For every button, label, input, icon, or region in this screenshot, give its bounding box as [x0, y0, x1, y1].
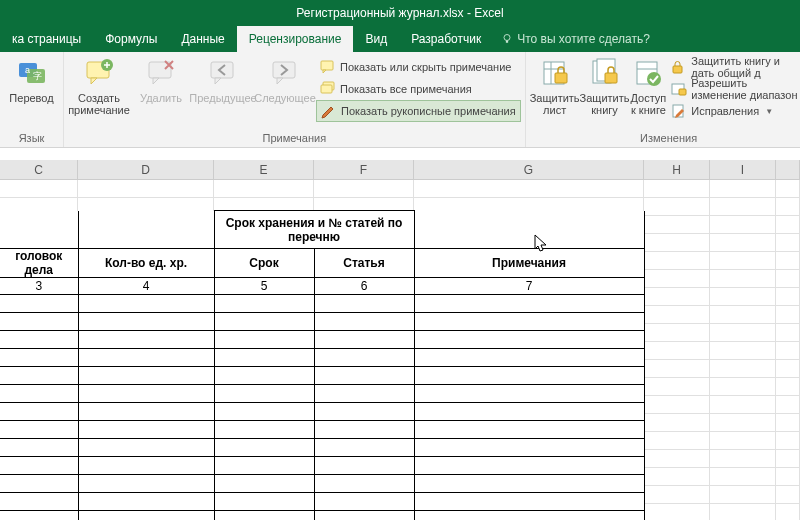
table-row[interactable]	[78, 439, 214, 457]
col-H[interactable]: H	[644, 160, 710, 179]
table-row[interactable]	[414, 511, 644, 521]
table-row[interactable]	[414, 475, 644, 493]
table-row[interactable]	[78, 385, 214, 403]
tab-page-layout[interactable]: ка страницы	[0, 26, 93, 52]
table-row[interactable]	[78, 475, 214, 493]
protect-sheet-button[interactable]: Защитить лист	[530, 54, 580, 116]
table-row[interactable]	[414, 403, 644, 421]
table-row[interactable]	[0, 403, 78, 421]
col-I[interactable]: I	[710, 160, 776, 179]
table-row[interactable]	[78, 349, 214, 367]
cell-n6[interactable]: 6	[314, 278, 414, 295]
table-row[interactable]	[414, 421, 644, 439]
table-row[interactable]	[314, 385, 414, 403]
new-comment-button[interactable]: Создать примечание	[68, 54, 130, 116]
table-row[interactable]	[414, 349, 644, 367]
table-row[interactable]	[314, 295, 414, 313]
table-row[interactable]	[0, 313, 78, 331]
table-row[interactable]	[0, 511, 78, 521]
table-row[interactable]	[0, 295, 78, 313]
tab-formulas[interactable]: Формулы	[93, 26, 169, 52]
protect-share-button[interactable]: Защитить книгу и дать общий д	[667, 56, 800, 78]
table-row[interactable]	[0, 421, 78, 439]
tab-data[interactable]: Данные	[169, 26, 236, 52]
col-D[interactable]: D	[78, 160, 214, 179]
table-row[interactable]	[0, 367, 78, 385]
table-row[interactable]	[314, 421, 414, 439]
table-row[interactable]	[0, 331, 78, 349]
tab-view[interactable]: Вид	[353, 26, 399, 52]
show-hide-comment-button[interactable]: Показать или скрыть примечание	[316, 56, 521, 78]
table-row[interactable]	[314, 313, 414, 331]
table-row[interactable]	[214, 295, 314, 313]
table-row[interactable]	[78, 421, 214, 439]
table-row[interactable]	[214, 493, 314, 511]
table-row[interactable]	[0, 385, 78, 403]
col-F[interactable]: F	[314, 160, 414, 179]
table-row[interactable]	[78, 403, 214, 421]
table-row[interactable]	[314, 511, 414, 521]
table-row[interactable]	[214, 313, 314, 331]
table-row[interactable]	[78, 511, 214, 521]
table-row[interactable]	[214, 349, 314, 367]
cell-n5[interactable]: 5	[214, 278, 314, 295]
col-E[interactable]: E	[214, 160, 314, 179]
table-row[interactable]	[78, 331, 214, 349]
table-row[interactable]	[314, 493, 414, 511]
prev-comment-button[interactable]: Предыдущее	[192, 54, 254, 104]
show-all-comments-button[interactable]: Показать все примечания	[316, 78, 521, 100]
table-row[interactable]	[78, 313, 214, 331]
table-row[interactable]	[0, 349, 78, 367]
tell-me-box[interactable]: Что вы хотите сделать?	[501, 26, 650, 52]
share-workbook-button[interactable]: Доступ к книге	[630, 54, 668, 116]
track-changes-button[interactable]: Исправления ▼	[667, 100, 800, 122]
worksheet[interactable]: C D E F G H I // will be replaced by rea…	[0, 148, 800, 520]
table-row[interactable]	[78, 367, 214, 385]
allow-edit-ranges-button[interactable]: Разрешить изменение диапазон	[667, 78, 800, 100]
table-row[interactable]	[214, 457, 314, 475]
table-row[interactable]	[214, 403, 314, 421]
table-row[interactable]	[414, 439, 644, 457]
cell-n7[interactable]: 7	[414, 278, 644, 295]
translate-button[interactable]: a字 Перевод	[4, 54, 59, 104]
protect-workbook-button[interactable]: Защитить книгу	[580, 54, 630, 116]
table-row[interactable]	[414, 493, 644, 511]
cell-n3[interactable]: 3	[0, 278, 78, 295]
table-row[interactable]	[314, 331, 414, 349]
table-row[interactable]	[0, 457, 78, 475]
col-C[interactable]: C	[0, 160, 78, 179]
col-next[interactable]	[776, 160, 800, 179]
col-G[interactable]: G	[414, 160, 644, 179]
table-row[interactable]	[414, 385, 644, 403]
table-row[interactable]	[214, 439, 314, 457]
table-row[interactable]	[0, 439, 78, 457]
table-row[interactable]	[314, 367, 414, 385]
table-row[interactable]	[314, 403, 414, 421]
table-row[interactable]	[414, 295, 644, 313]
table-row[interactable]	[214, 511, 314, 521]
table-row[interactable]	[414, 313, 644, 331]
table-row[interactable]	[414, 367, 644, 385]
cell-n4[interactable]: 4	[78, 278, 214, 295]
table-row[interactable]	[78, 457, 214, 475]
next-comment-button[interactable]: Следующее	[254, 54, 316, 104]
table-row[interactable]	[214, 367, 314, 385]
table-row[interactable]	[314, 349, 414, 367]
table-row[interactable]	[78, 493, 214, 511]
table-row[interactable]	[0, 475, 78, 493]
table-row[interactable]	[314, 475, 414, 493]
tab-developer[interactable]: Разработчик	[399, 26, 493, 52]
delete-comment-button[interactable]: Удалить	[130, 54, 192, 104]
show-ink-button[interactable]: Показать рукописные примечания	[316, 100, 521, 122]
table-row[interactable]	[414, 457, 644, 475]
table-row[interactable]	[414, 331, 644, 349]
table-row[interactable]	[78, 295, 214, 313]
table-row[interactable]	[214, 421, 314, 439]
table-row[interactable]	[214, 385, 314, 403]
table-row[interactable]	[314, 457, 414, 475]
table-row[interactable]	[314, 439, 414, 457]
table-row[interactable]	[214, 331, 314, 349]
table-row[interactable]	[0, 493, 78, 511]
table-row[interactable]	[214, 475, 314, 493]
tab-review[interactable]: Рецензирование	[237, 26, 354, 52]
